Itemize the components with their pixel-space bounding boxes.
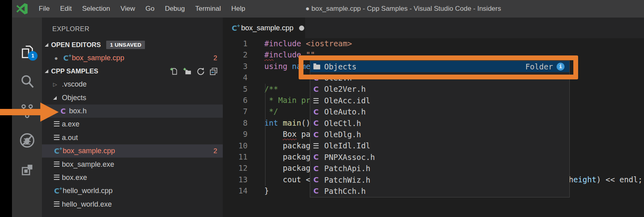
tree-item-hello_world-cpp[interactable]: Chello_world.cpp [42, 184, 223, 197]
chevron-collapsed-icon: ▷ [53, 81, 57, 87]
tab-dirty-icon[interactable] [299, 26, 304, 31]
new-folder-button[interactable] [183, 67, 192, 76]
line-number: 3 [223, 61, 248, 72]
suggestion-OleDlg-h[interactable]: COleDlg.h [310, 129, 569, 140]
suggestion-OleCtl-h[interactable]: COleCtl.h [310, 118, 569, 129]
code-text: #include <iostream> [248, 38, 352, 49]
code-token: eight [573, 175, 596, 184]
suggestion-icon-box: C [313, 176, 324, 184]
tree-item--vscode[interactable]: ▷.vscode [42, 78, 223, 91]
activity-bar: 1 [12, 18, 42, 217]
suggestion-icon-box [313, 97, 324, 104]
menu-terminal[interactable]: Terminal [190, 0, 226, 18]
tree-item-a-exe[interactable]: a.exe [42, 118, 223, 131]
menu-go[interactable]: Go [140, 0, 160, 18]
activitybar-extensions[interactable] [12, 159, 42, 181]
code-token: <iostream> [306, 39, 352, 48]
desktop-edge [0, 0, 12, 217]
suggestion-Ole2Ver-h[interactable]: COle2Ver.h [310, 84, 569, 95]
suggestion-PatchWiz-h[interactable]: CPatchWiz.h [310, 174, 569, 185]
tree-item-a-out[interactable]: a.out [42, 131, 223, 144]
c-file-icon: C [313, 176, 319, 184]
open-editors-header[interactable]: OPEN EDITORS 1 UNSAVED [42, 38, 223, 51]
file-icon [313, 98, 319, 104]
menu-edit[interactable]: Edit [55, 0, 77, 18]
tree-item-box-h[interactable]: Cbox.h [42, 105, 223, 118]
suggestion-icon-box: C [313, 187, 324, 195]
c-file-icon: C [313, 153, 319, 162]
tab-box-sample-cpp[interactable]: C box_sample.cpp [223, 18, 305, 38]
suggestion-icon-box: C [313, 108, 324, 116]
line-number: 1 [223, 38, 248, 49]
explorer-sidebar: EXPLORER OPEN EDITORS 1 UNSAVED ● C box_… [42, 18, 223, 217]
tree-item-box-exe[interactable]: box.exe [42, 171, 223, 184]
menu-selection[interactable]: Selection [77, 0, 115, 18]
suggestion-OleAcc-idl[interactable]: OleAcc.idl [310, 95, 569, 106]
binary-file-icon [54, 121, 59, 127]
explorer-actions [170, 67, 218, 76]
folder-section-header[interactable]: CPP SAMPLES [42, 65, 223, 78]
suggestion-PathCch-h[interactable]: CPathCch.h [310, 185, 569, 197]
folder-label: Objects [62, 94, 86, 102]
code-token: #include [264, 39, 301, 48]
code-text [248, 72, 264, 83]
tree-item-box_sample-exe[interactable]: box_sample.exe [42, 158, 223, 171]
new-file-button[interactable] [170, 67, 178, 76]
line-number: 2 [223, 49, 248, 61]
debug-icon [19, 132, 36, 149]
suggestion-label: PNPXAssoc.h [324, 153, 375, 162]
menu-view[interactable]: View [115, 0, 141, 18]
code-text: } [248, 185, 269, 197]
file-label: a.exe [62, 120, 79, 128]
code-token: /** [264, 85, 278, 94]
open-editors-label: OPEN EDITORS [51, 41, 101, 49]
suggestion-PNPXAssoc-h[interactable]: CPNPXAssoc.h [310, 152, 569, 163]
binary-file-icon [54, 162, 59, 168]
tab-bar: C box_sample.cpp [223, 18, 644, 38]
activitybar-debug[interactable] [12, 129, 42, 152]
code-token: #i [264, 50, 273, 59]
activitybar-search[interactable] [12, 70, 42, 93]
code-token: ) << endl; [596, 175, 643, 184]
search-icon [19, 73, 35, 89]
line-number: 5 [223, 84, 248, 95]
line-number: 9 [223, 129, 248, 140]
problems-badge: 2 [214, 54, 217, 62]
line-number: 6 [223, 95, 248, 106]
activitybar-explorer[interactable]: 1 [12, 41, 42, 63]
menu-debug[interactable]: Debug [160, 0, 190, 18]
explorer-title: EXPLORER [42, 18, 223, 38]
suggestion-label: PatchWiz.h [324, 176, 371, 185]
suggestion-icon-box: C [313, 119, 324, 128]
menu-bar: FileEditSelectionViewGoDebugTerminalHelp [34, 0, 250, 18]
suggestion-label: OleIdl.Idl [324, 141, 371, 150]
folder-section-label: CPP SAMPLES [51, 67, 98, 75]
open-editor-label: box_sample.cpp [72, 54, 124, 62]
menu-help[interactable]: Help [226, 0, 250, 18]
code-token: */ [264, 107, 278, 116]
tree-item-Objects[interactable]: Objects [42, 91, 223, 104]
explorer-badge: 1 [28, 51, 38, 61]
code-line: 1#include <iostream> [223, 38, 644, 49]
suggestion-OleAuto-h[interactable]: COleAuto.h [310, 107, 569, 118]
refresh-button[interactable] [196, 67, 205, 76]
suggestion-OleIdl-Idl[interactable]: OleIdl.Idl [310, 140, 569, 152]
cpp-file-icon: C [62, 54, 69, 62]
annotation-arrow [0, 109, 40, 115]
c-header-file-icon: C [59, 107, 67, 115]
line-number: 8 [223, 118, 248, 129]
tree-item-box_sample-cpp[interactable]: Cbox_sample.cpp2 [42, 144, 223, 158]
file-label: a.out [62, 134, 78, 142]
suggestion-PatchApi-h[interactable]: CPatchApi.h [310, 163, 569, 174]
open-editor-item[interactable]: ● C box_sample.cpp 2 [42, 51, 223, 65]
c-file-icon: C [313, 187, 319, 195]
file-icon [313, 143, 319, 149]
suggestion-icon-box: C [313, 153, 324, 162]
dirty-dot-icon: ● [54, 55, 58, 61]
menu-file[interactable]: File [34, 0, 55, 18]
binary-file-icon [54, 135, 59, 141]
file-label: hello_world.exe [62, 200, 112, 209]
tree-item-hello_world-exe[interactable]: hello_world.exe [42, 198, 223, 211]
code-token [264, 130, 283, 139]
collapse-all-button[interactable] [209, 67, 218, 76]
